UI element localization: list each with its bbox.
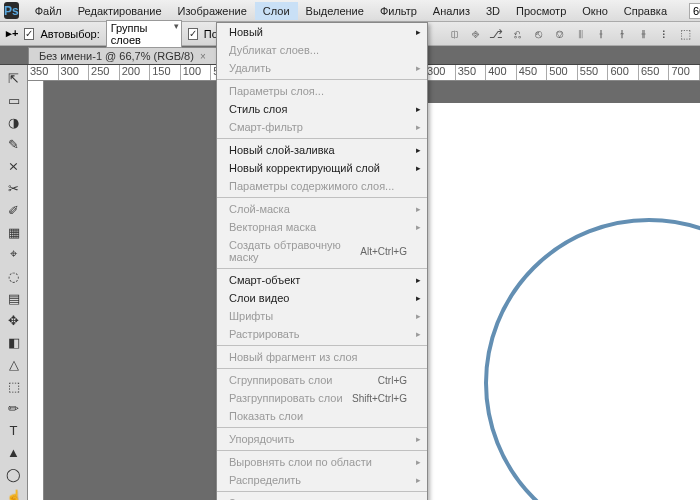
tool-button[interactable]: △ bbox=[3, 353, 25, 375]
menu-слои[interactable]: Слои bbox=[255, 2, 298, 20]
auto-select-checkbox[interactable] bbox=[24, 28, 34, 40]
zoom-input[interactable] bbox=[689, 3, 700, 19]
menu-item: Параметры содержимого слоя... bbox=[217, 177, 427, 195]
align-icon[interactable]: ⫵ bbox=[634, 25, 652, 43]
align-icons: ⎅⎆⎇⎌⎋⎊⫴⫲⫳⫵⫶⬚ bbox=[445, 25, 694, 43]
menu-справка[interactable]: Справка bbox=[616, 2, 675, 20]
menu-item: Новый фрагмент из слоя bbox=[217, 348, 427, 366]
menu-item: Сгруппировать слоиCtrl+G bbox=[217, 371, 427, 389]
document-tab[interactable]: Без имени-1 @ 66,7% (RGB/8)× bbox=[28, 47, 217, 64]
circle-shape bbox=[484, 218, 700, 500]
move-tool-icon: ▸+ bbox=[6, 27, 18, 40]
tool-button[interactable]: ◯ bbox=[3, 463, 25, 485]
menu-item: Распределить bbox=[217, 471, 427, 489]
tool-button[interactable]: ✥ bbox=[3, 309, 25, 331]
menu-item: Удалить bbox=[217, 59, 427, 77]
tool-button[interactable]: ⨯ bbox=[3, 155, 25, 177]
zoom-control[interactable]: % ▾ bbox=[683, 0, 700, 23]
align-icon[interactable]: ⫳ bbox=[613, 25, 631, 43]
auto-select-label: Автовыбор: bbox=[40, 28, 99, 40]
tool-button[interactable]: T bbox=[3, 419, 25, 441]
align-icon[interactable]: ⫲ bbox=[592, 25, 610, 43]
align-icon[interactable]: ⬚ bbox=[676, 25, 694, 43]
group-dropdown[interactable]: Группы слоев bbox=[106, 20, 182, 48]
tool-button[interactable]: ◌ bbox=[3, 265, 25, 287]
tool-button[interactable]: ✎ bbox=[3, 133, 25, 155]
menu-item: Дубликат слоев... bbox=[217, 41, 427, 59]
menu-item: Создать обтравочную маскуAlt+Ctrl+G bbox=[217, 236, 427, 266]
tool-button[interactable]: ▦ bbox=[3, 221, 25, 243]
menu-item[interactable]: Новый слой-заливка bbox=[217, 141, 427, 159]
tool-button[interactable]: ✂ bbox=[3, 177, 25, 199]
align-icon[interactable]: ⫴ bbox=[571, 25, 589, 43]
menu-item[interactable]: Слои видео bbox=[217, 289, 427, 307]
menu-item: Смарт-фильтр bbox=[217, 118, 427, 136]
align-icon[interactable]: ⫶ bbox=[655, 25, 673, 43]
menu-item: Выровнять слои по области bbox=[217, 453, 427, 471]
align-icon[interactable]: ⎊ bbox=[550, 25, 568, 43]
tool-button[interactable]: ◧ bbox=[3, 331, 25, 353]
menu-фильтр[interactable]: Фильтр bbox=[372, 2, 425, 20]
menu-просмотр[interactable]: Просмотр bbox=[508, 2, 574, 20]
tool-button[interactable]: ✐ bbox=[3, 199, 25, 221]
menu-редактирование[interactable]: Редактирование bbox=[70, 2, 170, 20]
menu-3d[interactable]: 3D bbox=[478, 2, 508, 20]
menu-выделение[interactable]: Выделение bbox=[298, 2, 372, 20]
menu-окно[interactable]: Окно bbox=[574, 2, 616, 20]
tool-button[interactable]: ▲ bbox=[3, 441, 25, 463]
align-icon[interactable]: ⎋ bbox=[529, 25, 547, 43]
menu-item: Слой-маска bbox=[217, 200, 427, 218]
menu-item[interactable]: Смарт-объект bbox=[217, 271, 427, 289]
tool-button[interactable]: ⌖ bbox=[3, 243, 25, 265]
tool-button[interactable]: ◑ bbox=[3, 111, 25, 133]
tool-button[interactable]: ⬚ bbox=[3, 375, 25, 397]
menu-item: Показать слои bbox=[217, 407, 427, 425]
close-icon[interactable]: × bbox=[200, 51, 206, 62]
menu-item: Закрепить все слои в группе... bbox=[217, 494, 427, 500]
align-icon[interactable]: ⎆ bbox=[466, 25, 484, 43]
vertical-ruler bbox=[28, 81, 44, 500]
layers-menu-dropdown: НовыйДубликат слоев...УдалитьПараметры с… bbox=[216, 22, 428, 500]
align-icon[interactable]: ⎌ bbox=[508, 25, 526, 43]
tool-button[interactable]: ▭ bbox=[3, 89, 25, 111]
tool-button[interactable]: ✏ bbox=[3, 397, 25, 419]
menu-item[interactable]: Стиль слоя bbox=[217, 100, 427, 118]
menu-item: Разгруппировать слоиShift+Ctrl+G bbox=[217, 389, 427, 407]
menu-item[interactable]: Новый bbox=[217, 23, 427, 41]
tool-button[interactable]: ⇱ bbox=[3, 67, 25, 89]
menu-item: Векторная маска bbox=[217, 218, 427, 236]
show-transform-checkbox[interactable] bbox=[188, 28, 198, 40]
menu-файл[interactable]: Файл bbox=[27, 2, 70, 20]
menu-item[interactable]: Новый корректирующий слой bbox=[217, 159, 427, 177]
menu-item: Растрировать bbox=[217, 325, 427, 343]
align-icon[interactable]: ⎅ bbox=[445, 25, 463, 43]
align-icon[interactable]: ⎇ bbox=[487, 25, 505, 43]
tool-button[interactable]: ☝ bbox=[3, 485, 25, 500]
menu-item: Шрифты bbox=[217, 307, 427, 325]
app-logo: Ps bbox=[4, 2, 19, 19]
menu-item: Параметры слоя... bbox=[217, 82, 427, 100]
tool-button[interactable]: ▤ bbox=[3, 287, 25, 309]
menu-изображение[interactable]: Изображение bbox=[170, 2, 255, 20]
menu-анализ[interactable]: Анализ bbox=[425, 2, 478, 20]
toolbox: ⇱▭◑✎⨯✂✐▦⌖◌▤✥◧△⬚✏T▲◯☝⬛🔍 bbox=[0, 65, 28, 500]
menu-item: Упорядочить bbox=[217, 430, 427, 448]
